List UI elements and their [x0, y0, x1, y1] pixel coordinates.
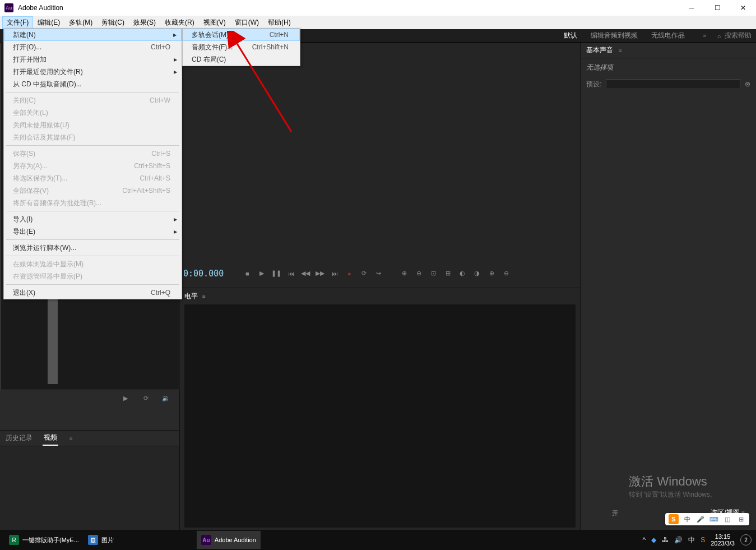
zoom-vertical-icon[interactable]: ⊕: [485, 268, 498, 279]
timecode[interactable]: 0:00.000: [183, 269, 224, 279]
taskbar-app-2[interactable]: 🖼 图片: [84, 531, 118, 549]
watermark-subtitle: 转到"设置"以激活 Windows。: [629, 490, 717, 500]
levels-menu-icon[interactable]: ≡: [202, 293, 206, 299]
svg-line-0: [235, 41, 291, 132]
zoom-selection-icon[interactable]: ⊞: [441, 268, 454, 279]
taskbar-app-audition[interactable]: Au Adobe Audition: [197, 531, 261, 549]
search-placeholder: 搜索帮助: [725, 31, 752, 40]
menu-window[interactable]: 窗口(W): [230, 16, 263, 29]
search-help[interactable]: ⌕ 搜索帮助: [717, 31, 752, 40]
menu-multitrack[interactable]: 多轨(M): [64, 16, 97, 29]
maximize-button[interactable]: ☐: [704, 0, 730, 16]
tray-app-icon[interactable]: ◆: [651, 536, 656, 544]
ime-mic-icon[interactable]: 🎤: [695, 514, 706, 524]
menu-favorites[interactable]: 收藏夹(R): [160, 16, 199, 29]
file-menu-item: 全部保存(V)Ctrl+Alt+Shift+S: [4, 184, 182, 197]
loop-icon[interactable]: ⟳: [139, 392, 152, 404]
ime-floating-bar[interactable]: S 中 🎤 ⌨ ◫ ⊞: [665, 513, 749, 525]
menu-help[interactable]: 帮助(H): [263, 16, 295, 29]
file-menu-item: 将选区保存为(T)...Ctrl+Alt+S: [4, 172, 182, 184]
play-button[interactable]: ▶: [255, 268, 268, 279]
zoom-out-point-icon[interactable]: ◑: [470, 268, 484, 279]
file-menu-item: 关闭(C)Ctrl+W: [4, 94, 182, 107]
file-menu-item: 在媒体浏览器中显示(M): [4, 258, 182, 270]
windows-taskbar: R 一键排版助手(MyE... 🖼 图片 Au Adobe Audition ^…: [0, 530, 756, 550]
search-icon: ⌕: [717, 33, 721, 39]
tray-ime-icon[interactable]: 中: [688, 535, 695, 545]
ime-keyboard-icon[interactable]: ⌨: [709, 514, 719, 524]
notification-badge[interactable]: 2: [740, 534, 752, 546]
file-menu-item[interactable]: 打开最近使用的文件(R)▶: [4, 66, 182, 78]
workspace-more-icon[interactable]: »: [703, 33, 706, 39]
zoom-in-icon[interactable]: ⊕: [397, 268, 411, 279]
watermark-title: 激活 Windows: [629, 473, 717, 490]
menu-effects[interactable]: 效果(S): [129, 16, 160, 29]
window-title: Adobe Audition: [18, 4, 63, 12]
taskbar-clock[interactable]: 13:15 2023/3/3: [711, 533, 735, 547]
essential-sound-menu-icon[interactable]: ≡: [619, 47, 622, 53]
menu-clip[interactable]: 剪辑(C): [97, 16, 129, 29]
transport-bar: 0:00.000 ■ ▶ ❚❚ ⏮ ◀◀ ▶▶ ⏭ ● ⟳ ↪ ⊕ ⊖ ⊡ ⊞ …: [180, 266, 580, 281]
right-panel: 基本声音 ≡ 无选择项 预设: ⊗: [581, 43, 756, 530]
prev-button[interactable]: ⏮: [284, 268, 298, 279]
file-menu-item: 全部关闭(L): [4, 107, 182, 119]
file-menu-item[interactable]: 从 CD 中提取音频(D)...: [4, 78, 182, 90]
file-menu-item[interactable]: 浏览并运行脚本(W)...: [4, 242, 182, 254]
record-button[interactable]: ●: [342, 268, 356, 279]
workspace-edit-audio-video[interactable]: 编辑音频到视频: [588, 30, 640, 41]
clock-date: 2023/3/3: [711, 540, 735, 547]
audition-icon: Au: [201, 535, 211, 545]
preset-label: 预设:: [586, 80, 601, 89]
zoom-full-icon[interactable]: ⊡: [426, 268, 440, 279]
preset-delete-icon[interactable]: ⊗: [745, 80, 750, 88]
windows-activation-watermark: 激活 Windows 转到"设置"以激活 Windows。: [629, 473, 717, 500]
forward-button[interactable]: ▶▶: [313, 268, 327, 279]
menu-edit[interactable]: 编辑(E): [33, 16, 64, 29]
tray-volume-icon[interactable]: 🔊: [674, 536, 683, 544]
loop-button[interactable]: ⟳: [357, 268, 370, 279]
panel-menu-icon[interactable]: ≡: [69, 435, 73, 441]
tab-history[interactable]: 历史记录: [4, 431, 34, 445]
workspace-default[interactable]: 默认: [562, 30, 579, 41]
minimize-button[interactable]: ─: [679, 0, 704, 16]
zoom-out-icon[interactable]: ⊖: [412, 268, 425, 279]
video-panel: [0, 446, 179, 530]
next-button[interactable]: ⏭: [328, 268, 341, 279]
pause-button[interactable]: ❚❚: [270, 268, 283, 279]
levels-panel: 电平 ≡: [180, 288, 580, 304]
close-button[interactable]: ✕: [730, 0, 756, 16]
taskbar-app-1[interactable]: R 一键排版助手(MyE...: [4, 531, 84, 549]
file-menu-item[interactable]: 退出(X)Ctrl+Q: [4, 286, 182, 299]
auto-play-icon[interactable]: 🔉: [159, 392, 173, 404]
app1-icon: R: [9, 535, 19, 545]
ime-skin-icon[interactable]: ◫: [722, 514, 732, 524]
file-menu-item[interactable]: 导出(E)▶: [4, 225, 182, 238]
rewind-button[interactable]: ◀◀: [299, 268, 312, 279]
file-menu-item[interactable]: 打开(O)...Ctrl+O: [4, 41, 182, 53]
tray-sogou-icon[interactable]: S: [701, 536, 705, 544]
photos-icon: 🖼: [88, 535, 98, 545]
zoom-in-point-icon[interactable]: ◐: [456, 268, 469, 279]
file-menu-item[interactable]: 新建(N)▶: [4, 29, 182, 41]
ime-lang-icon[interactable]: 中: [682, 514, 692, 524]
no-selection-message: 无选择项: [581, 58, 756, 77]
file-menu-item[interactable]: 导入(I)▶: [4, 213, 182, 225]
sogou-icon[interactable]: S: [669, 514, 679, 524]
menubar: 文件(F) 编辑(E) 多轨(M) 剪辑(C) 效果(S) 收藏夹(R) 视图(…: [0, 16, 756, 29]
play-icon[interactable]: ▶: [119, 392, 132, 404]
menu-file[interactable]: 文件(F): [2, 16, 33, 29]
tray-chevron-icon[interactable]: ^: [643, 536, 646, 544]
menu-view[interactable]: 视图(V): [199, 16, 230, 29]
stop-button[interactable]: ■: [240, 268, 254, 279]
taskbar-label-1: 一键排版助手(MyE...: [22, 536, 79, 544]
tab-video[interactable]: 视频: [43, 431, 58, 446]
tray-network-icon[interactable]: 🖧: [662, 536, 669, 544]
file-menu-item[interactable]: 打开并附加▶: [4, 53, 182, 66]
levels-meter[interactable]: [184, 304, 576, 528]
preset-dropdown[interactable]: [606, 79, 740, 89]
zoom-vertical-out-icon[interactable]: ⊖: [499, 268, 513, 279]
skip-selection-button[interactable]: ↪: [372, 268, 385, 279]
ime-toolbox-icon[interactable]: ⊞: [736, 514, 746, 524]
preset-row: 预设: ⊗: [581, 77, 756, 91]
workspace-radio[interactable]: 无线电作品: [649, 30, 687, 41]
